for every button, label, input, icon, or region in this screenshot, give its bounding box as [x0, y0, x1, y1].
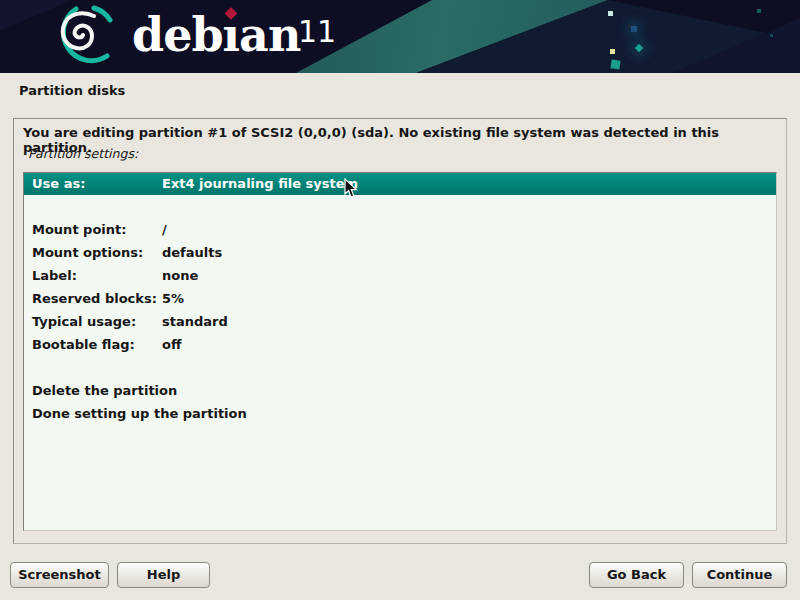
banner-spark	[610, 49, 615, 54]
settings-list[interactable]: Use as: Ext4 journaling file system Moun…	[23, 172, 777, 531]
continue-button[interactable]: Continue	[692, 562, 787, 588]
partition-settings-label: Partition settings:	[28, 146, 138, 161]
screenshot-button[interactable]: Screenshot	[10, 562, 109, 588]
banner-spark	[610, 59, 620, 69]
setting-label: Label:	[32, 264, 77, 287]
setting-value: 5%	[162, 287, 184, 310]
list-item-typical-usage[interactable]: Typical usage: standard	[24, 310, 776, 333]
list-item-label[interactable]: Label: none	[24, 264, 776, 287]
brand-logotype: debıan	[132, 4, 300, 66]
setting-value: none	[162, 264, 198, 287]
list-spacer	[24, 356, 776, 379]
help-button[interactable]: Help	[117, 562, 210, 588]
list-item-mount-options[interactable]: Mount options: defaults	[24, 241, 776, 264]
action-label: Delete the partition	[32, 379, 177, 402]
mouse-cursor	[344, 178, 358, 199]
go-back-button[interactable]: Go Back	[589, 562, 684, 588]
setting-label: Bootable flag:	[32, 333, 135, 356]
setting-label: Mount point:	[32, 218, 126, 241]
setting-value: /	[162, 218, 167, 241]
setting-value: defaults	[162, 241, 222, 264]
setting-label: Mount options:	[32, 241, 143, 264]
brand-version: 11	[298, 14, 336, 49]
debian-logo	[42, 2, 132, 72]
list-item-bootable-flag[interactable]: Bootable flag: off	[24, 333, 776, 356]
page-title: Partition disks	[19, 83, 125, 98]
setting-label: Use as:	[32, 173, 85, 195]
partition-frame: You are editing partition #1 of SCSI2 (0…	[13, 118, 787, 544]
setting-value: off	[162, 333, 181, 356]
brand-text-pre: deb	[132, 8, 223, 62]
list-item-reserved-blocks[interactable]: Reserved blocks: 5%	[24, 287, 776, 310]
banner-spark	[770, 34, 773, 37]
brand-text-post: an	[239, 8, 300, 62]
banner-spark	[631, 26, 637, 32]
list-item-use-as[interactable]: Use as: Ext4 journaling file system	[24, 173, 776, 195]
list-item-delete-partition[interactable]: Delete the partition	[24, 379, 776, 402]
setting-label: Typical usage:	[32, 310, 136, 333]
header-banner: debıan 11	[0, 0, 800, 73]
list-spacer	[24, 195, 776, 218]
setting-value: Ext4 journaling file system	[162, 173, 358, 195]
list-item-done-setting-up[interactable]: Done setting up the partition	[24, 402, 776, 425]
banner-spark	[757, 9, 761, 13]
list-item-mount-point[interactable]: Mount point: /	[24, 218, 776, 241]
banner-spark	[608, 11, 613, 16]
action-label: Done setting up the partition	[32, 402, 247, 425]
brand-letter-i: ı	[223, 4, 239, 66]
setting-label: Reserved blocks:	[32, 287, 157, 310]
setting-value: standard	[162, 310, 228, 333]
